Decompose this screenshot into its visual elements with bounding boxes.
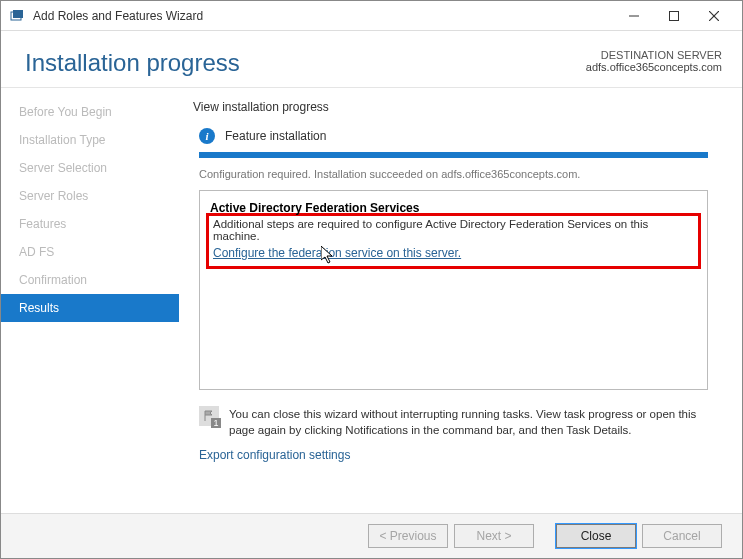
header: Installation progress DESTINATION SERVER…	[1, 31, 742, 88]
sidebar-item-ad-fs: AD FS	[1, 238, 179, 266]
export-link[interactable]: Export configuration settings	[193, 444, 714, 472]
progress-bar	[199, 152, 708, 158]
cancel-button: Cancel	[642, 524, 722, 548]
content-area: Before You Begin Installation Type Serve…	[1, 88, 742, 513]
destination-label: DESTINATION SERVER	[586, 49, 722, 61]
sidebar: Before You Begin Installation Type Serve…	[1, 88, 179, 513]
titlebar: Add Roles and Features Wizard	[1, 1, 742, 31]
cursor-icon	[321, 246, 337, 266]
sidebar-item-server-selection: Server Selection	[1, 154, 179, 182]
wizard-window: Add Roles and Features Wizard Installati…	[0, 0, 743, 559]
status-text: Configuration required. Installation suc…	[193, 168, 714, 180]
feature-label: Feature installation	[225, 129, 326, 143]
note-row: You can close this wizard without interr…	[193, 400, 714, 444]
footer: < Previous Next > Close Cancel	[1, 513, 742, 558]
next-button: Next >	[454, 524, 534, 548]
sidebar-item-server-roles: Server Roles	[1, 182, 179, 210]
configure-link[interactable]: Configure the federation service on this…	[213, 246, 461, 260]
close-wizard-button[interactable]: Close	[556, 524, 636, 548]
close-button[interactable]	[694, 1, 734, 31]
sidebar-item-features: Features	[1, 210, 179, 238]
flag-icon	[199, 406, 219, 426]
results-panel: Active Directory Federation Services Add…	[199, 190, 708, 390]
page-title: Installation progress	[25, 49, 240, 77]
window-controls	[614, 1, 734, 30]
svg-rect-3	[670, 12, 679, 21]
sidebar-item-before-you-begin: Before You Begin	[1, 98, 179, 126]
destination-info: DESTINATION SERVER adfs.office365concept…	[586, 49, 722, 73]
minimize-button[interactable]	[614, 1, 654, 31]
previous-button: < Previous	[368, 524, 448, 548]
panel-desc: Additional steps are required to configu…	[213, 218, 694, 242]
main-panel: View installation progress i Feature ins…	[179, 88, 742, 513]
info-icon: i	[199, 128, 215, 144]
highlight-box: Additional steps are required to configu…	[206, 213, 701, 269]
sidebar-item-results[interactable]: Results	[1, 294, 179, 322]
subheading: View installation progress	[193, 100, 714, 114]
feature-row: i Feature installation	[193, 128, 714, 144]
maximize-button[interactable]	[654, 1, 694, 31]
svg-rect-1	[13, 10, 23, 18]
sidebar-item-installation-type: Installation Type	[1, 126, 179, 154]
destination-server: adfs.office365concepts.com	[586, 61, 722, 73]
note-text: You can close this wizard without interr…	[229, 406, 708, 438]
window-title: Add Roles and Features Wizard	[33, 9, 614, 23]
configure-link-text: Configure the federation service on this…	[213, 246, 461, 260]
sidebar-item-confirmation: Confirmation	[1, 266, 179, 294]
app-icon	[9, 8, 25, 24]
